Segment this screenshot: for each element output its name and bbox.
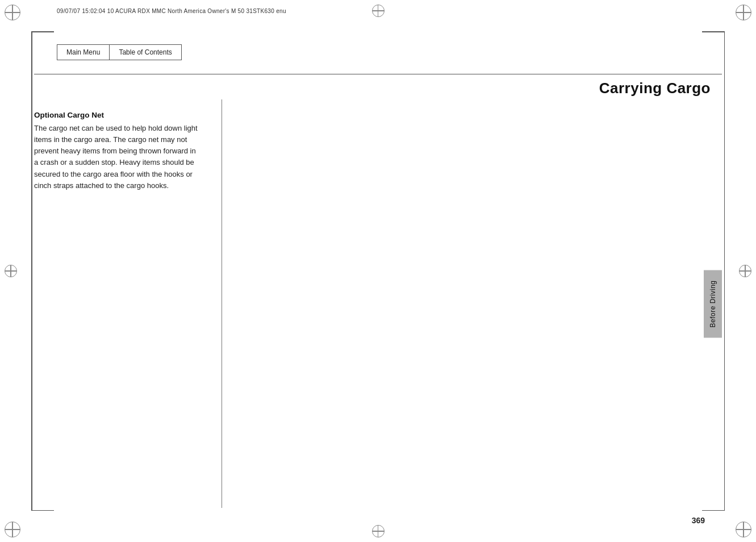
- main-menu-button[interactable]: Main Menu: [57, 44, 109, 60]
- top-left-border: [31, 31, 54, 32]
- left-column: Optional Cargo Net The cargo net can be …: [34, 111, 199, 191]
- side-tab-label: Before Driving: [709, 280, 717, 327]
- left-border-line: [31, 31, 32, 511]
- toc-button[interactable]: Table of Contents: [109, 44, 181, 60]
- page-title: Carrying Cargo: [599, 80, 711, 97]
- top-right-border: [702, 31, 725, 32]
- section-body: The cargo net can be used to help hold d…: [34, 123, 199, 191]
- crosshair-bottom-mid: [372, 525, 385, 537]
- crosshair-mid-left: [5, 265, 17, 277]
- print-metadata: 09/07/07 15:02:04 10 ACURA RDX MMC North…: [57, 8, 286, 14]
- right-border-line: [724, 31, 725, 511]
- content-divider: [222, 99, 222, 508]
- crosshair-top-mid: [372, 5, 385, 17]
- crosshair-bottom-right: [736, 522, 751, 537]
- bottom-right-border: [702, 510, 725, 511]
- page-number: 369: [692, 516, 705, 525]
- nav-buttons: Main Menu Table of Contents: [57, 44, 182, 60]
- top-horizontal-rule: [34, 74, 722, 74]
- content-area: Optional Cargo Net The cargo net can be …: [34, 99, 722, 508]
- crosshair-top-left: [5, 5, 20, 20]
- bottom-left-border: [31, 510, 54, 511]
- crosshair-bottom-left: [5, 522, 20, 537]
- section-title: Optional Cargo Net: [34, 111, 199, 119]
- side-tab: Before Driving: [704, 270, 722, 337]
- crosshair-mid-right: [739, 265, 751, 277]
- crosshair-top-right: [736, 5, 751, 20]
